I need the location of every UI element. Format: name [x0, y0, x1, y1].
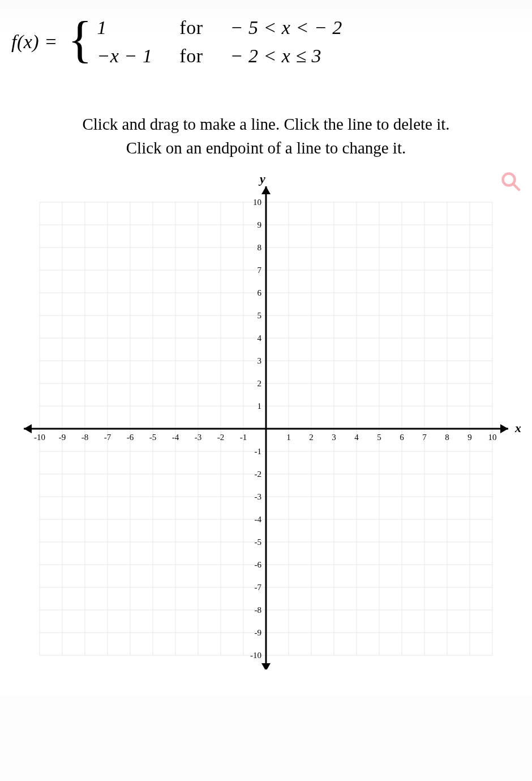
svg-text:-3: -3 [255, 492, 262, 501]
piece-cond: − 5 < x < − 2 [230, 17, 342, 39]
svg-marker-47 [261, 663, 271, 669]
svg-text:3: 3 [332, 433, 336, 442]
svg-text:-7: -7 [104, 433, 111, 442]
svg-text:-3: -3 [195, 433, 202, 442]
svg-text:5: 5 [258, 311, 262, 320]
piecewise-formula: f(x) = { 1 for − 5 < x < − 2 −x − 1 for … [11, 17, 521, 67]
formula-cases: 1 for − 5 < x < − 2 −x − 1 for − 2 < x ≤… [97, 17, 342, 67]
instructions-line: Click and drag to make a line. Click the… [34, 112, 498, 136]
formula-lhs: f(x) = [11, 31, 58, 53]
svg-text:-1: -1 [255, 447, 262, 456]
svg-text:1: 1 [286, 433, 291, 442]
svg-text:-10: -10 [250, 651, 261, 660]
svg-text:6: 6 [400, 433, 404, 442]
svg-marker-46 [261, 186, 271, 194]
piece-cond: − 2 < x ≤ 3 [230, 45, 342, 67]
svg-text:7: 7 [258, 266, 262, 275]
graph-area[interactable]: -10-9-8-7-6-5-4-3-2-112345678910-10-9-8-… [11, 171, 521, 672]
svg-text:9: 9 [467, 433, 472, 442]
svg-text:-2: -2 [255, 470, 262, 479]
x-axis-label: x [514, 421, 521, 435]
svg-text:5: 5 [377, 433, 381, 442]
svg-marker-44 [500, 424, 508, 433]
page-root: f(x) = { 1 for − 5 < x < − 2 −x − 1 for … [0, 0, 532, 694]
piece-expr: 1 [97, 17, 152, 39]
svg-text:3: 3 [258, 356, 262, 365]
svg-line-1 [513, 184, 519, 190]
svg-text:-8: -8 [81, 433, 89, 442]
svg-text:-9: -9 [59, 433, 66, 442]
svg-text:8: 8 [258, 243, 262, 252]
svg-marker-45 [24, 424, 32, 433]
svg-text:-2: -2 [217, 433, 225, 442]
svg-text:-4: -4 [255, 515, 262, 524]
svg-text:-9: -9 [255, 628, 262, 637]
svg-text:10: 10 [253, 198, 261, 207]
piece-for: for [179, 45, 203, 67]
svg-text:2: 2 [258, 379, 262, 388]
svg-text:7: 7 [422, 433, 427, 442]
svg-text:10: 10 [488, 433, 497, 442]
svg-text:-8: -8 [255, 605, 262, 614]
y-axis-label: y [258, 172, 265, 186]
coordinate-plane[interactable]: -10-9-8-7-6-5-4-3-2-112345678910-10-9-8-… [11, 171, 521, 669]
svg-text:8: 8 [445, 433, 449, 442]
instructions-line: Click on an endpoint of a line to change… [34, 136, 498, 160]
svg-text:-6: -6 [255, 560, 262, 569]
piece-expr: −x − 1 [97, 45, 152, 67]
svg-text:4: 4 [354, 433, 359, 442]
brace-icon: { [68, 20, 93, 59]
piece-for: for [179, 17, 203, 39]
svg-text:4: 4 [258, 334, 262, 343]
svg-text:-5: -5 [255, 537, 262, 547]
svg-text:-7: -7 [255, 583, 262, 592]
svg-text:-10: -10 [34, 433, 45, 442]
svg-text:2: 2 [309, 433, 314, 442]
instructions: Click and drag to make a line. Click the… [34, 112, 498, 160]
svg-text:-6: -6 [127, 433, 134, 442]
svg-text:-4: -4 [172, 433, 179, 442]
svg-text:1: 1 [258, 402, 262, 411]
svg-text:6: 6 [258, 288, 262, 297]
zoom-icon[interactable] [500, 171, 521, 191]
svg-text:-1: -1 [240, 433, 247, 442]
svg-text:-5: -5 [149, 433, 157, 442]
svg-text:9: 9 [258, 220, 262, 229]
